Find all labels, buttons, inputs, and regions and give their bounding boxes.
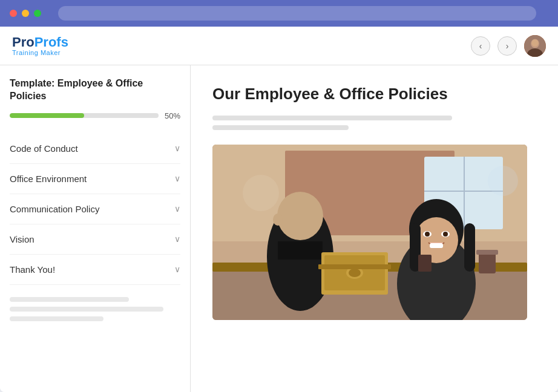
main-content: Template: Employee & Office Policies 50%…	[0, 65, 558, 392]
skeleton-line	[10, 297, 129, 302]
svg-rect-33	[479, 252, 496, 273]
svg-point-31	[443, 232, 448, 237]
progress-section: 50%	[10, 111, 180, 120]
traffic-light-close[interactable]	[10, 10, 17, 17]
avatar[interactable]	[524, 35, 546, 57]
chevron-down-icon: ∨	[174, 264, 180, 274]
svg-point-30	[425, 232, 430, 237]
top-nav: ProProfs Training Maker ‹ ›	[0, 27, 558, 65]
sidebar-item-label: Thank You!	[10, 264, 55, 275]
logo-subtitle: Training Maker	[12, 49, 68, 56]
logo-pro: Pro	[12, 34, 34, 50]
svg-rect-9	[424, 191, 503, 192]
svg-point-14	[273, 214, 283, 226]
svg-rect-32	[430, 243, 443, 248]
svg-point-37	[488, 166, 518, 196]
chevron-down-icon: ∨	[174, 174, 180, 183]
sidebar-footer	[10, 297, 180, 321]
sidebar: Template: Employee & Office Policies 50%…	[0, 65, 191, 392]
progress-percentage: 50%	[165, 111, 180, 120]
sidebar-item-communication-policy[interactable]: Communication Policy ∨	[10, 194, 180, 224]
sidebar-item-code-of-conduct[interactable]: Code of Conduct ∨	[10, 134, 180, 164]
chevron-down-icon: ∨	[174, 234, 180, 244]
svg-point-19	[349, 269, 361, 277]
sidebar-item-vision[interactable]: Vision ∨	[10, 224, 180, 255]
prev-button[interactable]: ‹	[471, 36, 490, 56]
svg-rect-35	[418, 255, 432, 272]
app-window: ProProfs Training Maker ‹ › Template: Em…	[0, 27, 558, 392]
progress-bar-background	[10, 113, 159, 118]
content-image	[212, 145, 527, 320]
logo-profs: Profs	[34, 34, 68, 50]
chevron-down-icon: ∨	[174, 143, 180, 153]
svg-point-36	[243, 175, 279, 211]
sidebar-item-label: Office Environment	[10, 174, 87, 184]
browser-chrome	[0, 0, 558, 27]
address-bar[interactable]	[58, 6, 536, 21]
content-title: Our Employee & Office Policies	[212, 85, 536, 103]
sidebar-item-label: Code of Conduct	[10, 143, 78, 154]
content-pane: Our Employee & Office Policies	[191, 65, 558, 392]
traffic-light-minimize[interactable]	[22, 10, 29, 17]
sidebar-title: Template: Employee & Office Policies	[10, 77, 180, 103]
logo: ProProfs Training Maker	[12, 36, 68, 56]
svg-rect-27	[464, 223, 475, 272]
chevron-down-icon: ∨	[174, 204, 180, 214]
svg-rect-20	[318, 264, 391, 269]
skeleton-line	[10, 307, 163, 312]
svg-rect-15	[278, 241, 323, 260]
content-line	[212, 116, 452, 120]
nav-right: ‹ ›	[471, 35, 546, 57]
svg-point-3	[532, 39, 539, 47]
sidebar-item-label: Vision	[10, 234, 34, 244]
skeleton-line	[10, 316, 103, 321]
svg-rect-34	[476, 250, 498, 255]
sidebar-item-thank-you[interactable]: Thank You! ∨	[10, 255, 180, 285]
progress-bar-fill	[10, 113, 84, 118]
content-description-lines	[212, 116, 536, 130]
content-line	[212, 125, 349, 130]
sidebar-item-label: Communication Policy	[10, 204, 99, 214]
traffic-light-maximize[interactable]	[34, 10, 41, 17]
svg-point-13	[277, 192, 323, 240]
sidebar-item-office-environment[interactable]: Office Environment ∨	[10, 164, 180, 194]
svg-rect-8	[464, 157, 465, 229]
next-button[interactable]: ›	[497, 36, 517, 56]
